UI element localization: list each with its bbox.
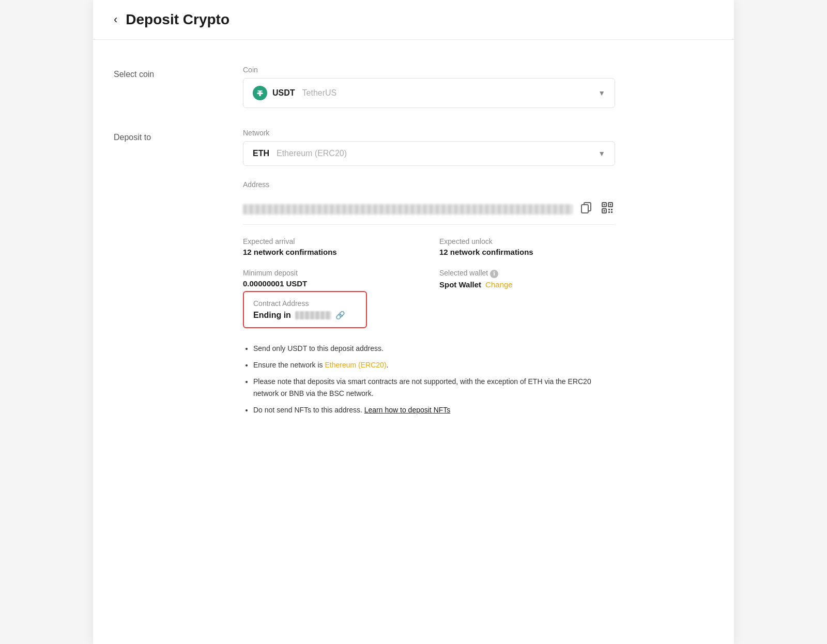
address-box — [243, 194, 615, 225]
network-chevron-icon: ▼ — [598, 149, 605, 158]
min-deposit-label: Minimum deposit — [243, 269, 419, 277]
min-deposit-block: Minimum deposit 0.00000001 USDT — [243, 269, 419, 289]
wallet-name: Spot Wallet — [439, 280, 481, 289]
network-name: Ethereum (ERC20) — [277, 149, 347, 158]
contract-address-label: Contract Address — [253, 299, 357, 308]
contract-address-box: Contract Address Ending in 🔗 — [243, 291, 367, 328]
svg-rect-12 — [611, 211, 612, 213]
bullet-4: Do not send NFTs to this address. Learn … — [253, 404, 615, 416]
select-coin-row: Select coin Coin USDT TetherUS — [114, 66, 713, 108]
deposit-to-content: Network ETH Ethereum (ERC20) ▼ Address — [243, 129, 615, 421]
selected-wallet-label: Selected wallet ℹ — [439, 269, 615, 278]
min-deposit-value: 0.00000001 USDT — [243, 279, 419, 288]
usdt-icon — [253, 86, 267, 100]
expected-arrival-value: 12 network confirmations — [243, 248, 419, 256]
expected-unlock-block: Expected unlock 12 network confirmations — [439, 237, 615, 256]
svg-rect-6 — [610, 204, 611, 206]
coin-field-label: Coin — [243, 66, 615, 74]
bullet-1: Send only USDT to this deposit address. — [253, 343, 615, 354]
wallet-row: Spot Wallet Change — [439, 280, 615, 289]
coin-select[interactable]: USDT TetherUS ▼ — [243, 78, 615, 108]
svg-rect-4 — [604, 204, 605, 206]
select-coin-label: Select coin — [114, 66, 243, 79]
address-section: Address — [243, 180, 615, 225]
network-link[interactable]: Ethereum (ERC20) — [325, 361, 387, 369]
network-select[interactable]: ETH Ethereum (ERC20) ▼ — [243, 141, 615, 166]
expected-arrival-label: Expected arrival — [243, 237, 419, 246]
coin-name: TetherUS — [302, 88, 337, 98]
page-title: Deposit Crypto — [126, 11, 229, 28]
network-select-left: ETH Ethereum (ERC20) — [253, 149, 347, 158]
coin-select-left: USDT TetherUS — [253, 86, 336, 100]
svg-rect-8 — [604, 210, 605, 212]
expected-unlock-label: Expected unlock — [439, 237, 615, 246]
change-wallet-link[interactable]: Change — [485, 280, 513, 289]
stats-grid: Expected arrival 12 network confirmation… — [243, 237, 615, 289]
contract-ending-prefix: Ending in — [253, 311, 291, 320]
svg-rect-2 — [581, 205, 588, 213]
deposit-to-label: Deposit to — [114, 129, 243, 142]
coin-chevron-icon: ▼ — [598, 89, 605, 97]
back-button[interactable]: ‹ — [114, 14, 117, 25]
contract-value-row: Ending in 🔗 — [253, 311, 357, 320]
svg-rect-9 — [608, 209, 610, 210]
contract-link-icon[interactable]: 🔗 — [335, 311, 345, 320]
bullets-section: Send only USDT to this deposit address. … — [243, 343, 615, 416]
wallet-info-icon[interactable]: ℹ — [490, 270, 498, 278]
address-field-label: Address — [243, 180, 615, 189]
coin-symbol: USDT — [272, 88, 295, 98]
expected-arrival-block: Expected arrival 12 network confirmation… — [243, 237, 419, 256]
bullet-2: Ensure the network is Ethereum (ERC20). — [253, 359, 615, 371]
info-bullet-list: Send only USDT to this deposit address. … — [243, 343, 615, 416]
select-coin-content: Coin USDT TetherUS ▼ — [243, 66, 615, 108]
copy-address-button[interactable] — [579, 200, 593, 218]
network-field-label: Network — [243, 129, 615, 137]
contract-address-blurred — [295, 311, 331, 319]
selected-wallet-block: Selected wallet ℹ Spot Wallet Change — [439, 269, 615, 289]
address-blurred — [243, 204, 573, 214]
page-header: ‹ Deposit Crypto — [93, 0, 734, 40]
bullet-3: Please note that deposits via smart cont… — [253, 376, 615, 399]
qr-code-button[interactable] — [600, 200, 615, 218]
svg-rect-10 — [611, 209, 612, 210]
deposit-to-row: Deposit to Network ETH Ethereum (ERC20) … — [114, 129, 713, 421]
main-content: Select coin Coin USDT TetherUS — [93, 40, 734, 467]
svg-rect-11 — [608, 211, 610, 213]
expected-unlock-value: 12 network confirmations — [439, 248, 615, 256]
learn-nft-link[interactable]: Learn how to deposit NFTs — [364, 406, 451, 414]
network-symbol: ETH — [253, 149, 269, 158]
